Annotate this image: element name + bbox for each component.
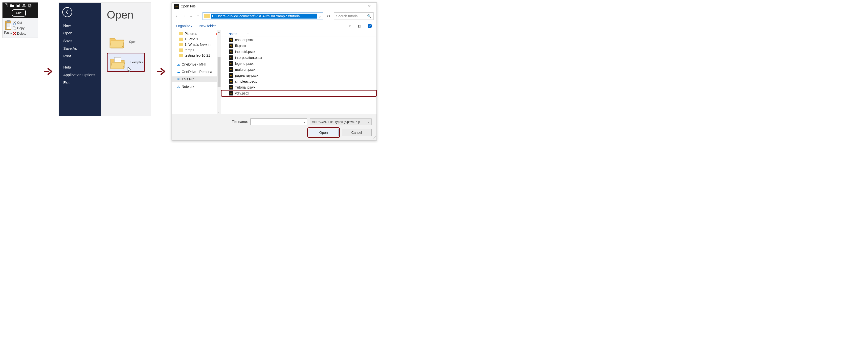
file-row[interactable]: PSinterpolation.pscx <box>221 55 376 61</box>
file-row[interactable]: PSmultirun.pscx <box>221 66 376 72</box>
cancel-button[interactable]: Cancel <box>342 129 372 136</box>
backstage-content: Open Open Examples <box>101 3 151 116</box>
file-name: simpleac.pscx <box>235 79 257 83</box>
dialog-body: Pictures📌1. Rev. 11. What's New intemp1t… <box>172 30 376 114</box>
filename-input[interactable]: ⌄ <box>250 118 307 125</box>
delete-button[interactable]: Delete <box>12 31 27 36</box>
tree-label: 1. What's New in <box>185 42 211 47</box>
qat-cut-icon[interactable] <box>22 3 26 7</box>
file-row[interactable]: PSfft.pscx <box>221 43 376 49</box>
file-row[interactable]: PSinputctrl.pscx <box>221 49 376 55</box>
tree-item[interactable]: 🖥This PC <box>172 77 221 82</box>
tree-item[interactable]: ☁OneDrive - MHI <box>172 62 221 67</box>
name-column[interactable]: Name <box>229 32 237 36</box>
pscad-file-icon: PS <box>229 44 233 48</box>
file-list[interactable]: Name ⌃ PSchatter.pscxPSfft.pscxPSinputct… <box>221 30 376 114</box>
chevron-down-icon[interactable]: ⌄ <box>367 120 369 123</box>
tree-item[interactable]: Pictures📌 <box>172 31 221 36</box>
tree-item[interactable]: 🖧Network <box>172 84 221 89</box>
backstage-menu-application-options[interactable]: Application Options <box>59 71 101 79</box>
copy-button[interactable]: Copy <box>12 25 27 31</box>
folder-tree[interactable]: Pictures📌1. Rev. 11. What's New intemp1t… <box>172 30 221 114</box>
copy-icon <box>12 26 17 30</box>
tree-item[interactable]: 1. Rev. 1 <box>172 36 221 42</box>
folder-icon <box>204 14 210 18</box>
new-folder-button[interactable]: New folder <box>199 24 216 28</box>
address-dropdown-icon[interactable]: ⌄ <box>317 14 323 19</box>
file-name: pagearray.pscx <box>235 74 258 78</box>
tree-item[interactable]: ☁OneDrive - Persona <box>172 69 221 75</box>
resize-grip-icon[interactable]: ⋰ <box>373 136 375 139</box>
view-options-button[interactable]: ☷ ▾ <box>345 24 351 28</box>
folder-icon <box>179 37 183 41</box>
backstage-menu-open[interactable]: Open <box>59 29 101 37</box>
tree-item[interactable]: 1. What's New in <box>172 42 221 47</box>
backstage-menu-exit[interactable]: Exit <box>59 79 101 86</box>
open-examples-item[interactable]: Examples <box>107 53 145 72</box>
address-bar[interactable]: C:\Users\Public\Documents\PSCAD\5.0\Exam… <box>203 12 323 20</box>
folder-icon <box>179 54 183 57</box>
folder-icon <box>179 49 183 52</box>
tree-label: 1. Rev. 1 <box>185 37 198 41</box>
back-button[interactable] <box>62 7 72 17</box>
file-name: multirun.pscx <box>235 67 255 71</box>
file-row[interactable]: PSchatter.pscx <box>221 37 376 43</box>
file-row[interactable]: PSpagearray.pscx <box>221 72 376 79</box>
open-item-label: Open <box>129 40 136 44</box>
svg-point-14 <box>15 23 16 25</box>
tree-item[interactable]: testing feb 10 21 <box>172 53 221 58</box>
scroll-thumb[interactable] <box>218 57 220 87</box>
file-tab[interactable]: File <box>12 9 26 17</box>
svg-rect-5 <box>28 4 30 6</box>
file-name: interpolation.pscx <box>235 56 262 60</box>
file-row[interactable]: PSTutorial.pswx <box>221 84 376 90</box>
nav-up-button[interactable]: ↑ <box>195 14 200 18</box>
search-input[interactable]: Search tutorial 🔍 <box>334 12 374 20</box>
help-button[interactable]: ? <box>368 24 372 28</box>
close-button[interactable]: ✕ <box>365 4 375 8</box>
qat-open-icon[interactable] <box>10 3 14 7</box>
paste-button[interactable]: Paste <box>4 20 12 36</box>
organize-menu[interactable]: Organize ▾ <box>176 24 193 28</box>
refresh-button[interactable]: ↻ <box>325 14 332 19</box>
qat-new-icon[interactable] <box>4 3 8 7</box>
scroll-up-icon[interactable]: ▴ <box>217 30 221 33</box>
backstage-menu-save[interactable]: Save <box>59 37 101 45</box>
nav-row: ← → ⌄ ↑ C:\Users\Public\Documents\PSCAD\… <box>172 10 376 22</box>
file-row[interactable]: PSsimpleac.pscx <box>221 79 376 84</box>
cut-button[interactable]: Cut <box>12 20 27 25</box>
nav-forward-button[interactable]: → <box>182 14 187 18</box>
file-row[interactable]: PSvdiv.pscx <box>221 90 376 96</box>
pscad-file-icon: PS <box>229 61 233 66</box>
pscad-file-icon: PS <box>229 85 233 90</box>
preview-pane-button[interactable]: ◧ <box>358 24 361 28</box>
mouse-cursor-icon <box>127 66 132 73</box>
tree-item[interactable]: temp1 <box>172 47 221 53</box>
backstage-menu-print[interactable]: Print <box>59 52 101 60</box>
svg-rect-0 <box>5 4 7 7</box>
scroll-down-icon[interactable]: ▾ <box>217 111 221 114</box>
file-row[interactable]: PSlegend.pscx <box>221 61 376 66</box>
open-project-item[interactable]: Open <box>107 31 145 53</box>
toolbar-row: Organize ▾ New folder ☷ ▾ ◧ ? <box>172 22 376 30</box>
dialog-footer: File name: ⌄ All PSCAD File Types (*.psw… <box>172 114 376 140</box>
svg-point-13 <box>13 23 14 25</box>
backstage-menu-help[interactable]: Help <box>59 63 101 71</box>
file-name: legend.pscx <box>235 62 254 65</box>
backstage-menu-save-as[interactable]: Save As <box>59 45 101 52</box>
qat-copy-icon[interactable] <box>28 3 32 7</box>
filetype-select[interactable]: All PSCAD File Types (*.pswx, *.p⌄ <box>310 118 372 125</box>
tree-label: Network <box>182 85 194 89</box>
pscad-file-icon: PS <box>229 91 233 95</box>
tree-label: OneDrive - MHI <box>182 62 206 66</box>
backstage-menu-new[interactable]: New <box>59 22 101 29</box>
search-placeholder: Search tutorial <box>336 14 367 18</box>
column-header[interactable]: Name ⌃ <box>221 31 376 37</box>
nav-recent-dropdown[interactable]: ⌄ <box>189 14 193 18</box>
dialog-titlebar: PS Open File ✕ <box>172 3 376 10</box>
tree-scrollbar[interactable]: ▴ ▾ <box>217 30 221 114</box>
qat-save-icon[interactable] <box>16 3 20 7</box>
nav-back-button[interactable]: ← <box>175 14 180 18</box>
chevron-down-icon[interactable]: ⌄ <box>303 120 306 123</box>
delete-label: Delete <box>17 32 27 35</box>
